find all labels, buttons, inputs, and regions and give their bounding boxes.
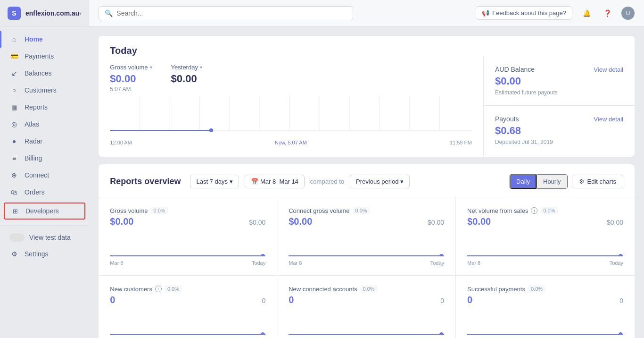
chevron-down-icon: ▾: [400, 178, 404, 185]
report-badge: 0.0%: [151, 207, 168, 214]
search-input[interactable]: [116, 9, 347, 17]
sidebar-item-label: Orders: [25, 188, 45, 196]
report-cell: Gross volume 0.0% $0.00 $0.00 Mar 8 Toda…: [99, 197, 277, 276]
atlas-icon: ◎: [9, 119, 19, 129]
payouts-label: Payouts: [495, 115, 519, 123]
calendar-icon: 📅: [251, 178, 258, 185]
sidebar-item-billing[interactable]: ≡ Billing: [0, 150, 89, 167]
mini-chart-svg: [289, 233, 444, 256]
info-icon[interactable]: i: [531, 207, 537, 214]
report-comp-value: $0.00: [607, 219, 623, 226]
sidebar-item-label: Radar: [25, 137, 42, 145]
payouts-panel: Payouts View detail $0.68 Deposited Jul …: [484, 106, 635, 155]
info-icon[interactable]: i: [155, 286, 162, 292]
gross-volume-label: Gross volume ▾: [110, 64, 152, 71]
avatar[interactable]: U: [621, 7, 635, 20]
svg-point-24: [619, 332, 623, 335]
home-icon: ⌂: [9, 34, 19, 44]
date-label: Mar 8–Mar 14: [260, 178, 298, 185]
chart-axis: 12:00 AM Now, 5:07 AM 11:59 PM: [110, 138, 472, 147]
report-cell: Successful payments 0.0% 0 0 Mar 8 Today: [456, 276, 635, 338]
sidebar-item-connect[interactable]: ⊕ Connect: [0, 167, 89, 184]
report-badge: 0.0%: [540, 207, 558, 214]
view-detail-1-link[interactable]: View detail: [594, 66, 623, 73]
report-values: 0 0: [110, 295, 265, 305]
report-main-value: $0.00: [110, 216, 133, 227]
report-comp-value: 0: [262, 297, 265, 304]
svg-point-14: [261, 254, 265, 256]
report-comp-value: $0.00: [428, 219, 444, 226]
aud-balance-panel: AUD Balance View detail $0.00 Estimated …: [484, 56, 635, 106]
balances-icon: ↙: [9, 68, 19, 78]
view-test-data-item: View test data: [0, 229, 89, 245]
view-detail-2-link[interactable]: View detail: [594, 116, 623, 123]
report-badge: 0.0%: [360, 285, 378, 293]
sidebar-item-reports[interactable]: ▦ Reports: [0, 99, 89, 116]
mini-chart-axis: Mar 8 Today: [289, 260, 444, 266]
sidebar-item-settings[interactable]: ⚙ Settings: [0, 245, 89, 262]
sidebar-item-label: Developers: [25, 207, 59, 215]
date-range-button[interactable]: Last 7 days ▾: [190, 175, 239, 188]
help-icon[interactable]: ❓: [601, 7, 614, 20]
search-box[interactable]: 🔍: [99, 6, 353, 20]
sidebar-item-home[interactable]: ⌂ Home: [0, 31, 89, 48]
connect-icon: ⊕: [9, 170, 19, 180]
main-panel: 🔍 📢 Feedback about this page? 🔔 ❓ U Toda…: [89, 0, 644, 338]
edit-charts-label: Edit charts: [587, 178, 616, 185]
sidebar-item-balances[interactable]: ↙ Balances: [0, 65, 89, 82]
metric-row: Gross volume ▾ $0.00 5:07 AM Yesterday ▾: [110, 64, 472, 93]
edit-icon: ⚙: [579, 178, 585, 185]
compared-to-button[interactable]: Previous period ▾: [350, 175, 410, 188]
report-cell: New customers i 0.0% 0 0 Mar 8 Today: [99, 276, 277, 338]
edit-charts-button[interactable]: ⚙ Edit charts: [572, 175, 623, 188]
mini-chart: [289, 233, 444, 256]
daily-button[interactable]: Daily: [510, 174, 537, 189]
customers-icon: ○: [9, 85, 19, 95]
speaker-icon: 📢: [482, 9, 489, 17]
report-label: Successful payments: [467, 286, 525, 293]
mini-axis-end: Today: [610, 260, 623, 266]
sidebar-item-payments[interactable]: 💳 Payments: [0, 48, 89, 65]
reports-title: Reports overview: [110, 177, 181, 186]
sidebar-item-label: Atlas: [25, 120, 39, 128]
sidebar-item-label: Balances: [25, 69, 52, 77]
svg-point-12: [209, 128, 214, 132]
sidebar-item-radar[interactable]: ● Radar: [0, 133, 89, 150]
sidebar-brand[interactable]: S enflexion.com.au ▾: [0, 0, 89, 27]
report-cell: New connected accounts 0.0% 0 0 Mar 8 To…: [277, 276, 456, 338]
report-values: 0 0: [467, 295, 623, 305]
hourly-button[interactable]: Hourly: [537, 174, 568, 189]
report-label: New connected accounts: [289, 286, 357, 293]
sidebar-item-atlas[interactable]: ◎ Atlas: [0, 116, 89, 133]
notifications-icon[interactable]: 🔔: [580, 7, 593, 20]
date-range-label: Last 7 days: [196, 178, 228, 185]
mini-chart-axis: Mar 8 Today: [467, 260, 623, 266]
today-grid: Gross volume ▾ $0.00 5:07 AM Yesterday ▾: [99, 56, 635, 157]
report-comp-value: 0: [440, 297, 444, 304]
sidebar-item-label: Customers: [25, 86, 57, 94]
report-label: New customers: [110, 286, 152, 293]
report-badge: 0.0%: [353, 207, 370, 214]
axis-end: 11:59 PM: [450, 140, 472, 145]
sidebar-item-developers[interactable]: ⊞ Developers: [4, 203, 85, 220]
brand-chevron-icon: ▾: [79, 11, 82, 16]
mini-chart-svg: [289, 311, 444, 335]
sidebar-item-label: Home: [25, 35, 43, 43]
aud-balance-sub: Estimated future payouts: [495, 89, 623, 96]
radar-icon: ●: [9, 136, 19, 146]
feedback-button[interactable]: 📢 Feedback about this page?: [476, 6, 572, 20]
payouts-header: Payouts View detail: [495, 115, 623, 123]
sidebar-item-orders[interactable]: 🛍 Orders: [0, 184, 89, 201]
mini-chart: [110, 311, 265, 335]
report-cell: Net volume from sales i 0.0% $0.00 $0.00…: [456, 197, 635, 276]
toggle[interactable]: [9, 233, 25, 242]
sidebar-item-customers[interactable]: ○ Customers: [0, 82, 89, 99]
sidebar: S enflexion.com.au ▾ ⌂ Home 💳 Payments ↙…: [0, 0, 89, 338]
topbar-right: 📢 Feedback about this page? 🔔 ❓ U: [476, 6, 635, 20]
report-cell-header: Net volume from sales i 0.0%: [467, 207, 623, 214]
payouts-value: $0.68: [495, 125, 623, 137]
developers-icon: ⊞: [10, 206, 20, 216]
svg-point-20: [261, 332, 265, 335]
date-label-button[interactable]: 📅 Mar 8–Mar 14: [245, 175, 305, 188]
settings-icon: ⚙: [9, 249, 19, 259]
